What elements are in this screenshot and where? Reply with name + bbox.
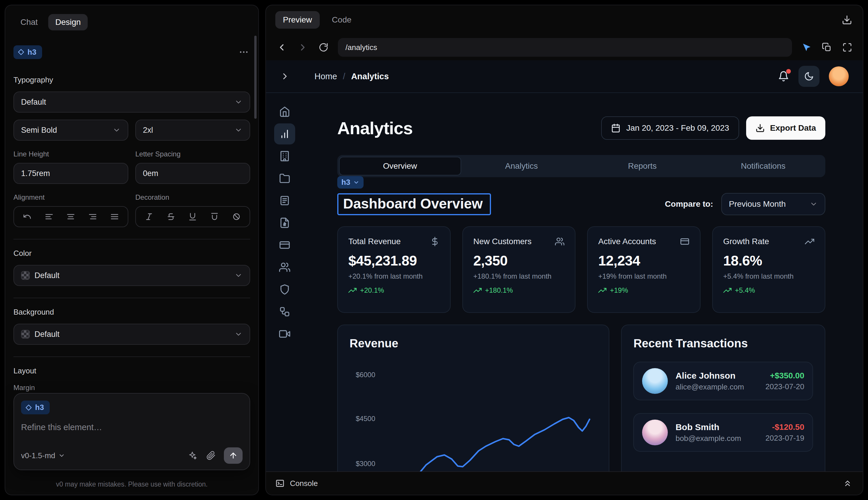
chevron-down-icon: [113, 126, 121, 134]
forward-button[interactable]: [296, 41, 309, 54]
preview-panel: Preview Code /analytics Home / Analytics: [265, 5, 863, 495]
inspect-element-button[interactable]: [800, 41, 812, 54]
sidebar-item-workflows[interactable]: [274, 301, 295, 322]
trending-up-icon: [805, 237, 814, 246]
url-input[interactable]: /analytics: [338, 38, 792, 57]
sidebar-item-billing[interactable]: [274, 235, 295, 255]
tab-code[interactable]: Code: [324, 11, 359, 29]
font-size-value: 2xl: [143, 126, 153, 135]
reset-alignment-button[interactable]: [16, 208, 38, 225]
diamond-icon: [18, 48, 25, 56]
model-select[interactable]: v0-1.5-md: [21, 451, 65, 460]
transaction-row[interactable]: Bob Smith bob@example.com -$120.50 2023-…: [633, 413, 813, 452]
align-left-button[interactable]: [38, 208, 60, 225]
stat-cards: Total Revenue $45,231.89 +20.1% from las…: [337, 226, 825, 313]
more-options-button[interactable]: [237, 46, 250, 58]
tab-notifications[interactable]: Notifications: [703, 157, 824, 175]
building-icon: [279, 151, 290, 162]
sidebar-item-organization[interactable]: [274, 146, 295, 167]
selection-outline[interactable]: Dashboard Overview: [337, 193, 491, 215]
console-expand-button[interactable]: [842, 477, 853, 489]
enhance-prompt-button[interactable]: [186, 450, 198, 462]
dashboard-topbar: Home / Analytics: [266, 60, 863, 93]
sidebar-item-users[interactable]: [274, 257, 295, 278]
sidebar-item-projects[interactable]: [274, 168, 295, 189]
dashboard-section-title: Dashboard Overview: [343, 196, 483, 212]
selected-element-chip[interactable]: h3: [337, 176, 363, 189]
date-range-picker[interactable]: Jan 20, 2023 - Feb 09, 2023: [601, 116, 739, 140]
decoration-group: [135, 206, 250, 227]
tab-chat[interactable]: Chat: [13, 14, 45, 31]
align-justify-button[interactable]: [103, 208, 125, 225]
chat-input[interactable]: Refine this element…: [21, 422, 243, 432]
folder-icon: [279, 173, 290, 184]
italic-button[interactable]: [138, 208, 160, 225]
stat-subtext: +5.4% from last month: [724, 272, 814, 281]
attach-file-button[interactable]: [205, 450, 217, 462]
line-height-input[interactable]: 1.75rem: [13, 163, 128, 184]
align-center-button[interactable]: [60, 208, 82, 225]
sidebar-item-notes[interactable]: [274, 190, 295, 211]
strikethrough-button[interactable]: [160, 208, 182, 225]
selected-element-chip-label: h3: [342, 178, 350, 187]
breadcrumb-home-link[interactable]: Home: [314, 72, 337, 81]
theme-toggle-button[interactable]: [798, 66, 820, 87]
transaction-date: 2023-07-20: [765, 382, 804, 391]
sidebar-item-video[interactable]: [274, 323, 295, 344]
sidebar-item-invoices[interactable]: [274, 212, 295, 233]
tab-reports[interactable]: Reports: [582, 157, 703, 175]
open-in-new-button[interactable]: [821, 41, 833, 54]
overline-button[interactable]: [204, 208, 225, 225]
download-icon: [755, 123, 765, 133]
notifications-button[interactable]: [778, 71, 789, 82]
underline-button[interactable]: [182, 208, 204, 225]
font-family-select[interactable]: Default: [13, 92, 250, 113]
tab-preview[interactable]: Preview: [275, 11, 320, 29]
y-axis-tick: $4500: [348, 414, 375, 423]
export-data-button[interactable]: Export Data: [746, 116, 825, 140]
stat-value: 2,350: [473, 253, 565, 269]
background-select[interactable]: Default: [13, 324, 250, 345]
compare-label: Compare to:: [665, 200, 713, 209]
font-size-select[interactable]: 2xl: [135, 120, 250, 141]
console-bar[interactable]: Console: [266, 471, 863, 495]
revenue-line-chart: [385, 357, 604, 471]
refresh-icon: [319, 42, 328, 52]
stat-title: Total Revenue: [348, 237, 401, 246]
avatar: [642, 420, 668, 445]
sidebar-item-security[interactable]: [274, 279, 295, 300]
tab-overview[interactable]: Overview: [339, 157, 461, 175]
chevrons-up-icon: [843, 479, 852, 488]
chat-element-badge[interactable]: h3: [21, 401, 50, 414]
back-button[interactable]: [275, 41, 288, 54]
letter-spacing-input[interactable]: 0em: [135, 163, 250, 184]
sidebar-item-home[interactable]: [274, 101, 295, 122]
stat-trend-value: +19%: [610, 286, 628, 294]
user-avatar[interactable]: [829, 66, 849, 86]
sidebar-toggle-button[interactable]: [279, 70, 291, 82]
chevron-right-icon: [298, 42, 308, 53]
typography-section-label: Typography: [13, 76, 250, 84]
refresh-button[interactable]: [317, 41, 330, 54]
scrollbar[interactable]: [254, 36, 257, 119]
tab-analytics[interactable]: Analytics: [461, 157, 582, 175]
users-icon: [555, 237, 564, 246]
v0-app: Chat Design h3 Typography Default Semi B…: [0, 0, 868, 500]
clear-decoration-button[interactable]: [225, 208, 247, 225]
terminal-icon: [275, 479, 285, 488]
send-button[interactable]: [224, 447, 243, 464]
transaction-email: alice@example.com: [675, 383, 744, 391]
align-right-button[interactable]: [82, 208, 104, 225]
color-select[interactable]: Default: [13, 265, 250, 286]
selected-element-badge[interactable]: h3: [13, 45, 42, 59]
download-project-button[interactable]: [841, 13, 853, 26]
fullscreen-button[interactable]: [841, 41, 853, 54]
stat-card-active-accounts: Active Accounts 12,234 +19% from last mo…: [587, 226, 701, 313]
sidebar-item-analytics[interactable]: [274, 123, 295, 145]
font-weight-select[interactable]: Semi Bold: [13, 120, 128, 141]
chevron-right-icon: [280, 71, 290, 81]
page-title: Analytics: [337, 118, 413, 138]
transaction-row[interactable]: Alice Johnson alice@example.com +$350.00…: [633, 362, 813, 400]
compare-select[interactable]: Previous Month: [721, 193, 825, 215]
tab-design[interactable]: Design: [48, 14, 88, 31]
